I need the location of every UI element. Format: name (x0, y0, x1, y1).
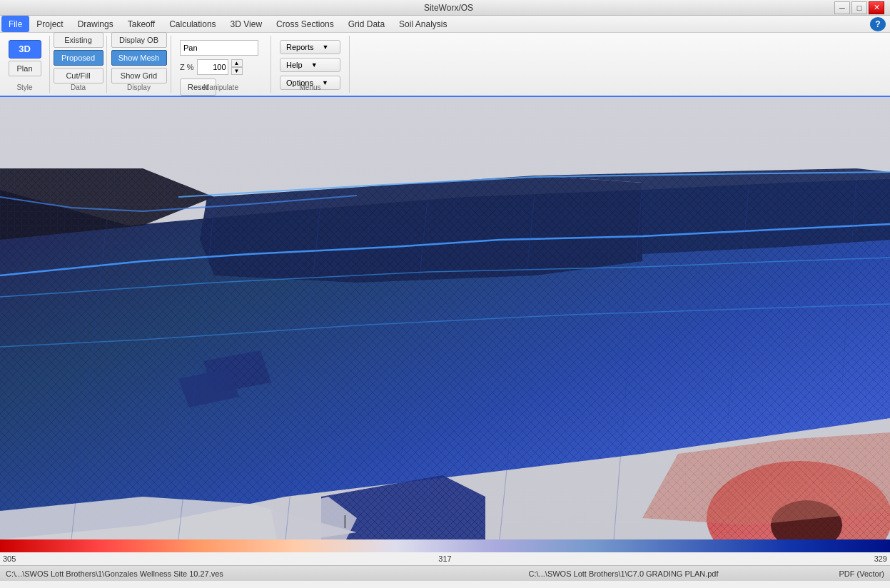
color-scale-container: 305 317 329 (0, 539, 890, 565)
ribbon: 3D Plan Style Existing Proposed Cut/Fill… (0, 33, 890, 97)
z-percent-down[interactable]: ▼ (231, 67, 243, 75)
scale-mid-label: 317 (438, 554, 451, 563)
status-right-file: C:\...\SWOS Lott Brothers\1\C7.0 GRADING… (423, 569, 825, 578)
manipulate-group-label: Manipulate (171, 83, 270, 91)
status-file-type: PDF (Vector) (839, 569, 884, 578)
reports-arrow-icon: ▼ (323, 44, 329, 51)
menu-calculations[interactable]: Calculations (162, 16, 223, 32)
status-bar: C:\...\SWOS Lott Brothers\1\Gonzales Wel… (0, 565, 890, 581)
ribbon-group-menus: Reports ▼ Help ▼ Options ▼ Menus (271, 36, 350, 93)
title-controls: ─ □ ✕ (834, 1, 884, 14)
help-button[interactable]: ? (870, 17, 886, 31)
minimize-button[interactable]: ─ (834, 1, 850, 14)
help-menu-arrow-icon: ▼ (311, 61, 318, 69)
reports-label: Reports (286, 43, 314, 51)
menu-grid-data[interactable]: Grid Data (341, 16, 392, 32)
data-group-label: Data (50, 83, 106, 91)
viewport[interactable]: | (0, 97, 890, 539)
z-percent-up[interactable]: ▲ (231, 59, 243, 67)
menus-group-label: Menus (271, 83, 349, 91)
pan-dropdown-wrapper: Pan Rotate Zoom (180, 40, 258, 56)
close-button[interactable]: ✕ (869, 1, 884, 14)
restore-button[interactable]: □ (851, 1, 867, 14)
data-cutfill-button[interactable]: Cut/Fill (54, 68, 103, 83)
menu-3dview[interactable]: 3D View (223, 16, 269, 32)
z-percent-label: Z % (180, 63, 194, 71)
style-plan-button[interactable]: Plan (9, 61, 41, 76)
ribbon-group-data: Existing Proposed Cut/Fill Data (50, 36, 107, 93)
z-percent-spinners: ▲ ▼ (231, 59, 243, 75)
menu-cross-sections[interactable]: Cross Sections (269, 16, 341, 32)
data-proposed-button[interactable]: Proposed (54, 50, 103, 66)
reports-button[interactable]: Reports ▼ (280, 40, 340, 54)
data-existing-button[interactable]: Existing (54, 32, 103, 48)
display-group-label: Display (107, 83, 171, 91)
scale-min-label: 305 (3, 554, 16, 563)
terrain-visualization: | (0, 97, 890, 539)
ribbon-group-display: Display OB Show Mesh Show Grid Display (107, 36, 171, 93)
pan-dropdown[interactable]: Pan Rotate Zoom (180, 40, 258, 56)
menu-project[interactable]: Project (29, 16, 70, 32)
status-left-file: C:\...\SWOS Lott Brothers\1\Gonzales Wel… (6, 569, 408, 578)
style-3d-button[interactable]: 3D (9, 40, 41, 59)
svg-text:|: | (341, 513, 349, 528)
menu-drawings[interactable]: Drawings (71, 16, 121, 32)
color-scale-gradient (0, 539, 890, 552)
display-ob-button[interactable]: Display OB (111, 32, 167, 48)
ribbon-group-style: 3D Plan Style (0, 36, 50, 93)
title-bar: SiteWorx/OS ─ □ ✕ (0, 0, 890, 16)
help-menu-label: Help (286, 61, 303, 69)
title-text: SiteWorx/OS (63, 3, 834, 13)
menu-takeoff[interactable]: Takeoff (121, 16, 162, 32)
show-grid-button[interactable]: Show Grid (111, 68, 167, 83)
show-mesh-button[interactable]: Show Mesh (111, 50, 167, 66)
menu-soil-analysis[interactable]: Soil Analysis (392, 16, 454, 32)
menu-file[interactable]: File (1, 16, 29, 32)
ribbon-group-manipulate: Pan Rotate Zoom Z % ▲ ▼ Reset Manipulate (171, 36, 271, 93)
style-group-label: Style (0, 83, 49, 91)
scale-max-label: 329 (874, 554, 887, 563)
menu-bar: File Project Drawings Takeoff Calculatio… (0, 16, 890, 33)
scale-labels: 305 317 329 (0, 552, 890, 565)
z-percent-input[interactable] (197, 59, 228, 75)
help-menu-button[interactable]: Help ▼ (280, 58, 340, 72)
